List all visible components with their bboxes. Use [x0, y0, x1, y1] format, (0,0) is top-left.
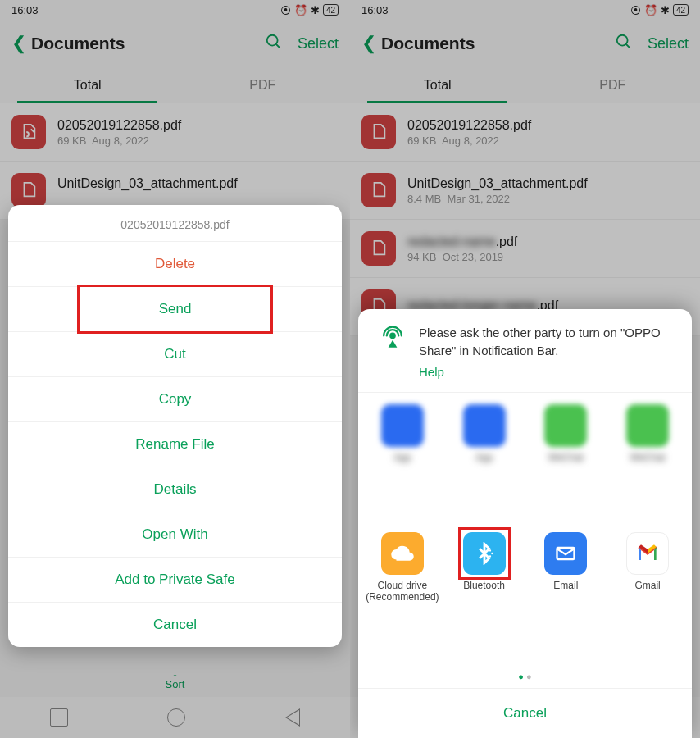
right-screen: 16:03 ⦿⏰✱ 42 ❮ Documents Select Total PD…: [350, 0, 700, 738]
highlight-box: [458, 527, 511, 580]
share-app-blur[interactable]: App: [443, 404, 525, 529]
share-app-bluetooth[interactable]: Bluetooth: [443, 532, 525, 668]
share-hint: Please ask the other party to turn on "O…: [358, 309, 692, 393]
share-app-gmail[interactable]: Gmail: [607, 532, 689, 668]
share-app-blur[interactable]: WeChat: [607, 404, 689, 529]
share-app-blur[interactable]: App: [361, 404, 443, 529]
context-menu: 02052019122858.pdf Delete Send Cut Copy …: [8, 205, 342, 647]
share-app-cloud[interactable]: Cloud drive (Recommended): [361, 532, 443, 668]
share-app-email[interactable]: Email: [525, 532, 607, 668]
share-cancel[interactable]: Cancel: [358, 688, 692, 738]
ctx-send[interactable]: Send: [8, 287, 342, 332]
svg-point-4: [390, 334, 394, 338]
share-grid: App App WeChat WeChat Cloud drive (Recom…: [358, 393, 692, 668]
ctx-openwith[interactable]: Open With: [8, 512, 342, 558]
share-app-blur[interactable]: WeChat: [525, 404, 607, 529]
ctx-rename[interactable]: Rename File: [8, 422, 342, 467]
ctx-details[interactable]: Details: [8, 467, 342, 512]
bluetooth-icon: [463, 532, 506, 575]
left-screen: 16:03 ⦿⏰✱ 42 ❮ Documents Select Total PD…: [0, 0, 350, 738]
gmail-icon: [626, 532, 669, 575]
oppo-share-icon: [378, 324, 407, 353]
context-title: 02052019122858.pdf: [8, 205, 342, 242]
cloud-icon: [381, 532, 424, 575]
ctx-copy[interactable]: Copy: [8, 377, 342, 422]
share-sheet: Please ask the other party to turn on "O…: [358, 309, 692, 738]
help-link[interactable]: Help: [419, 363, 672, 381]
email-icon: [544, 532, 587, 575]
page-dots: ● ●: [358, 668, 692, 688]
ctx-cancel[interactable]: Cancel: [8, 603, 342, 647]
ctx-private[interactable]: Add to Private Safe: [8, 558, 342, 603]
ctx-cut[interactable]: Cut: [8, 332, 342, 377]
ctx-delete[interactable]: Delete: [8, 242, 342, 287]
